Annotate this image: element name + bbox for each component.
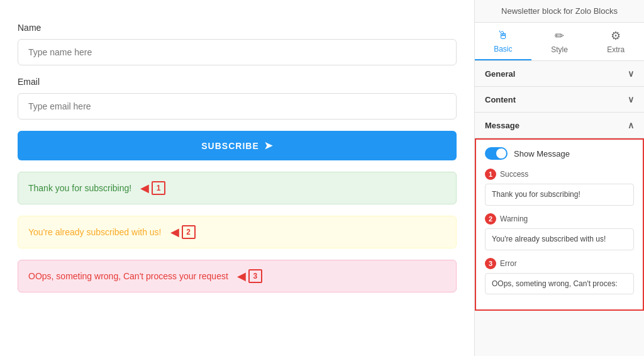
success-number-badge: 1 — [485, 169, 496, 180]
settings-panel: Newsletter block for Zolo Blocks 🖱 Basic… — [474, 0, 644, 356]
message-settings-panel: Show Message 1 Success Thank you for sub… — [475, 138, 644, 311]
success-value-box[interactable]: Thank you for subscribing! — [485, 184, 634, 206]
tab-style[interactable]: ✏ Style — [531, 23, 588, 60]
extra-icon: ⚙ — [611, 29, 621, 43]
show-message-row: Show Message — [485, 147, 634, 160]
annotation-1: ◀ 1 — [140, 181, 165, 195]
annotation-badge-2: 2 — [182, 225, 196, 239]
warning-type-label: Warning — [500, 214, 528, 223]
annotation-2: ◀ 2 — [170, 225, 196, 239]
content-section-label: Content — [485, 95, 516, 104]
warning-number-row: 2 Warning — [485, 213, 634, 225]
error-number-badge: 3 — [485, 258, 496, 269]
success-number-row: 1 Success — [485, 169, 634, 180]
error-value-box[interactable]: OOps, someting wrong, Can't proces: — [485, 273, 634, 295]
email-field-group: Email — [18, 77, 457, 120]
error-type-label: Error — [500, 259, 517, 268]
warning-message-box: You're already subscribed with us! ◀ 2 — [18, 216, 457, 248]
error-message-box: OOps, someting wrong, Can't process your… — [18, 260, 457, 292]
message-chevron-icon: ∧ — [628, 120, 634, 130]
name-field-group: Name — [18, 23, 457, 65]
email-label: Email — [18, 77, 457, 87]
show-message-label: Show Message — [514, 149, 570, 159]
success-config-block: 1 Success Thank you for subscribing! — [485, 169, 634, 206]
warning-message-text: You're already subscribed with us! — [28, 227, 162, 237]
basic-icon: 🖱 — [497, 29, 509, 42]
message-section-header[interactable]: Message ∧ — [475, 113, 644, 138]
name-input[interactable] — [18, 39, 457, 65]
warning-number-badge: 2 — [485, 213, 496, 225]
tab-basic-label: Basic — [494, 45, 512, 53]
general-section-label: General — [485, 69, 515, 79]
general-section-header[interactable]: General ∨ — [475, 61, 644, 87]
main-form: Name Email SUBSCRIBE ➤ Thank you for sub… — [0, 0, 474, 356]
show-message-toggle[interactable] — [485, 147, 508, 160]
annotation-arrow-3: ◀ — [237, 269, 246, 283]
error-config-block: 3 Error OOps, someting wrong, Can't proc… — [485, 258, 634, 295]
tab-extra[interactable]: ⚙ Extra — [587, 23, 644, 60]
annotation-badge-1: 1 — [152, 181, 165, 195]
tabs-bar: 🖱 Basic ✏ Style ⚙ Extra — [475, 23, 644, 61]
subscribe-label: SUBSCRIBE — [201, 141, 258, 151]
content-chevron-icon: ∨ — [628, 94, 634, 104]
style-icon: ✏ — [555, 29, 564, 43]
annotation-arrow-2: ◀ — [170, 225, 179, 239]
tab-extra-label: Extra — [607, 45, 625, 54]
tab-style-label: Style — [551, 45, 568, 54]
error-number-row: 3 Error — [485, 258, 634, 269]
tab-basic[interactable]: 🖱 Basic — [475, 23, 531, 60]
annotation-3: ◀ 3 — [237, 269, 262, 283]
annotation-arrow-1: ◀ — [140, 181, 149, 195]
annotation-badge-3: 3 — [248, 269, 262, 283]
success-type-label: Success — [500, 170, 528, 179]
success-message-text: Thank you for subscribing! — [28, 183, 131, 193]
success-message-box: Thank you for subscribing! ◀ 1 — [18, 172, 457, 204]
name-label: Name — [18, 23, 457, 33]
warning-config-block: 2 Warning You're already subscribed with… — [485, 213, 634, 250]
panel-title: Newsletter block for Zolo Blocks — [475, 0, 644, 23]
send-icon: ➤ — [264, 140, 273, 152]
subscribe-button[interactable]: SUBSCRIBE ➤ — [18, 131, 457, 160]
error-message-text: OOps, someting wrong, Can't process your… — [28, 271, 228, 281]
message-section-label: Message — [485, 121, 519, 130]
email-input[interactable] — [18, 93, 457, 120]
content-section-header[interactable]: Content ∨ — [475, 87, 644, 113]
warning-value-box[interactable]: You're already subscribed with us! — [485, 228, 634, 250]
general-chevron-icon: ∨ — [628, 69, 634, 79]
